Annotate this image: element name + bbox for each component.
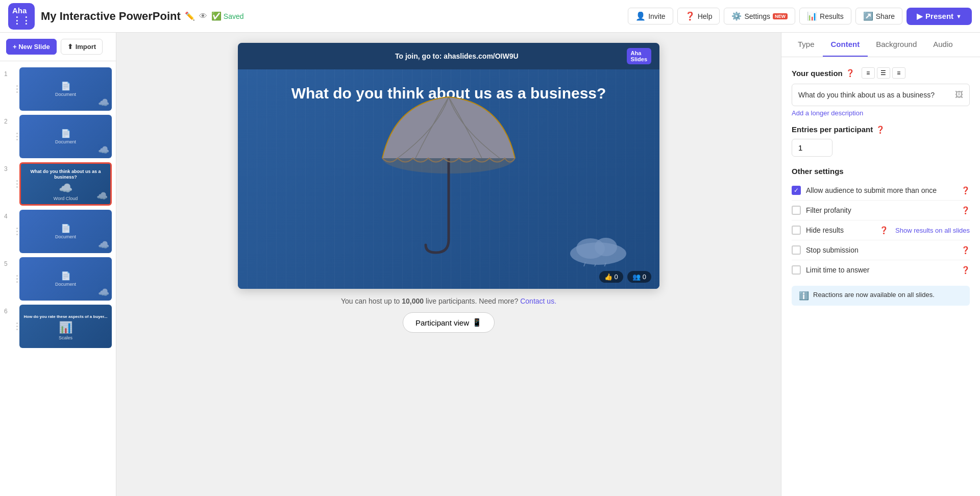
slide-thumbnail-active[interactable]: What do you think about us as a business… — [19, 162, 112, 206]
invite-button[interactable]: 👤 Invite — [628, 8, 673, 24]
slide-drag-handle[interactable] — [14, 67, 19, 111]
tab-type[interactable]: Type — [790, 33, 823, 57]
other-settings-label: Other settings — [792, 167, 970, 176]
settings-icon: ⚙️ — [731, 11, 742, 21]
new-slide-button[interactable]: + New Slide — [6, 39, 57, 55]
edit-title-icon[interactable]: ✏️ — [185, 11, 195, 21]
stop-submission-checkbox[interactable] — [792, 245, 801, 255]
slide-drag-handle[interactable] — [14, 305, 19, 348]
help-button[interactable]: ❓ Help — [677, 8, 720, 24]
slide-thumbnail[interactable]: 📄 Document ☁️ — [19, 67, 112, 111]
slide-thumb-question: What do you think about us as a business… — [21, 167, 110, 182]
presentation-title: My Interactive PowerPoint — [41, 10, 181, 23]
list-item[interactable]: 2 📄 Document ☁️ — [0, 113, 116, 160]
help-icon: ❓ — [685, 11, 695, 21]
logo-area: Aha⋮⋮ — [8, 3, 35, 30]
join-prefix: To join, go to: — [395, 52, 444, 60]
people-icon: 👥 — [632, 273, 641, 281]
play-icon: ▶ — [917, 12, 923, 21]
import-button[interactable]: ⬆ Import — [61, 39, 103, 55]
question-section-label: Your question ❓ ≡ ☰ ≡ — [792, 67, 970, 79]
slide-thumb-icon: 📄 — [61, 129, 71, 138]
info-banner: ℹ️ Reactions are now available on all sl… — [792, 286, 970, 306]
allow-multiple-checkbox[interactable]: ✓ — [792, 186, 801, 195]
main-layout: + New Slide ⬆ Import 1 📄 Document ☁️ 2 — [0, 33, 980, 496]
invite-icon: 👤 — [635, 11, 646, 21]
filter-profanity-checkbox[interactable] — [792, 206, 801, 215]
slide-thumb-icon: 📊 — [59, 321, 72, 334]
hide-results-help-icon[interactable]: ❓ — [879, 226, 888, 234]
slide-thumb-label: Document — [55, 139, 76, 144]
limit-time-help-icon[interactable]: ❓ — [961, 266, 970, 274]
entries-section: Entries per participant ❓ — [792, 125, 970, 157]
sidebar: + New Slide ⬆ Import 1 📄 Document ☁️ 2 — [0, 33, 116, 496]
question-help-icon[interactable]: ❓ — [846, 69, 854, 77]
stop-submission-help-icon[interactable]: ❓ — [961, 246, 970, 254]
slide-thumbnail[interactable]: 📄 Document ☁️ — [19, 257, 112, 301]
list-item[interactable]: 4 📄 Document ☁️ — [0, 208, 116, 255]
slide-thumb-label: Document — [55, 92, 76, 97]
tab-background[interactable]: Background — [868, 33, 925, 57]
share-icon: ↗️ — [863, 11, 873, 21]
question-input[interactable]: What do you think about us as a business… — [792, 84, 970, 106]
slide-drag-handle[interactable] — [14, 257, 19, 301]
info-icon: ℹ️ — [799, 291, 809, 301]
align-left-button[interactable]: ≡ — [862, 67, 875, 79]
allow-multiple-help-icon[interactable]: ❓ — [961, 186, 970, 194]
contact-link[interactable]: Contact us. — [520, 297, 556, 305]
settings-button[interactable]: ⚙️ Settings NEW — [724, 8, 795, 24]
hide-results-checkbox[interactable] — [792, 226, 801, 235]
svg-point-4 — [595, 238, 617, 256]
slide-thumbnail[interactable]: 📄 Document ☁️ — [19, 210, 112, 253]
align-center-button[interactable]: ☰ — [877, 67, 890, 79]
slide-thumbnail[interactable]: 📄 Document ☁️ — [19, 115, 112, 158]
slide-thumbnail[interactable]: How do you rate these aspects of a buyer… — [19, 305, 112, 348]
entries-help-icon[interactable]: ❓ — [876, 126, 885, 134]
setting-hide-results: Hide results ❓ Show results on all slide… — [792, 220, 970, 240]
slide-thumb-label: Document — [55, 282, 76, 287]
slide-number: 6 — [4, 305, 14, 348]
slide-thumb-decoration: ☁️ — [98, 97, 109, 108]
limit-time-checkbox[interactable] — [792, 265, 801, 275]
add-description-link[interactable]: Add a longer description — [792, 109, 970, 117]
list-item[interactable]: 1 📄 Document ☁️ — [0, 65, 116, 113]
title-area: My Interactive PowerPoint ✏️ 👁 ✅ Saved — [41, 10, 622, 23]
slide-thumb-decoration: ☁️ — [98, 144, 109, 156]
slide-drag-handle[interactable] — [14, 162, 19, 206]
preview-icon[interactable]: 👁 — [199, 12, 207, 21]
results-icon: 📊 — [807, 11, 817, 21]
umbrella-svg — [377, 92, 520, 255]
slide-drag-handle[interactable] — [14, 210, 19, 253]
list-item[interactable]: 5 📄 Document ☁️ — [0, 255, 116, 303]
host-info: You can host up to 10,000 live participa… — [341, 297, 556, 305]
setting-allow-multiple: ✓ Allow audience to submit more than onc… — [792, 181, 970, 201]
participant-view-button[interactable]: Participant view 📱 — [403, 312, 495, 333]
hide-results-label: Hide results — [806, 226, 874, 234]
image-upload-icon[interactable]: 🖼 — [955, 90, 963, 100]
slide-join-bar: To join, go to: ahaslides.com/OIW9U AhaS… — [238, 43, 659, 69]
slide-canvas: To join, go to: ahaslides.com/OIW9U AhaS… — [238, 43, 659, 289]
alignment-controls: ≡ ☰ ≡ — [862, 67, 905, 79]
slide-body: What do you think about us as a business… — [238, 69, 659, 289]
saved-check-icon: ✅ — [211, 11, 222, 21]
results-button[interactable]: 📊 Results — [799, 8, 851, 24]
tab-content[interactable]: Content — [823, 33, 868, 57]
slide-number: 1 — [4, 67, 14, 111]
align-right-button[interactable]: ≡ — [892, 67, 905, 79]
topbar: Aha⋮⋮ My Interactive PowerPoint ✏️ 👁 ✅ S… — [0, 0, 980, 33]
setting-limit-time: Limit time to answer ❓ — [792, 260, 970, 280]
entries-input[interactable] — [792, 139, 832, 157]
list-item[interactable]: 3 What do you think about us as a busine… — [0, 160, 116, 208]
center-area: To join, go to: ahaslides.com/OIW9U AhaS… — [116, 33, 781, 496]
filter-profanity-help-icon[interactable]: ❓ — [961, 206, 970, 214]
tab-audio[interactable]: Audio — [925, 33, 961, 57]
list-item[interactable]: 6 How do you rate these aspects of a buy… — [0, 303, 116, 350]
present-button[interactable]: ▶ Present ▼ — [906, 8, 972, 25]
show-results-link[interactable]: Show results on all slides — [895, 227, 970, 234]
share-button[interactable]: ↗️ Share — [855, 8, 902, 24]
submission-count: 👍 0 — [599, 271, 623, 283]
reaction-count: 👥 0 — [627, 271, 651, 283]
panel-content: Your question ❓ ≡ ☰ ≡ What do you think … — [781, 57, 980, 316]
right-panel: Type Content Background Audio Your quest… — [781, 33, 980, 496]
slide-drag-handle[interactable] — [14, 115, 19, 158]
